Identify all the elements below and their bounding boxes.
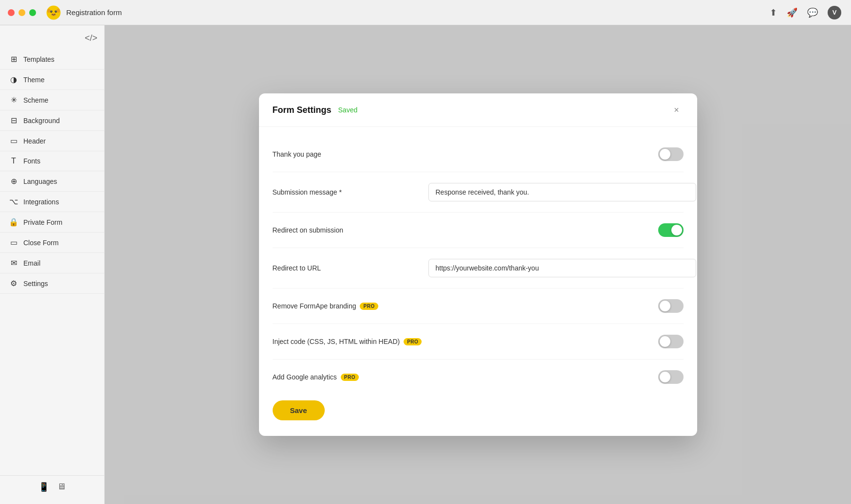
sidebar-icon-settings: ⚙ (9, 279, 18, 288)
toggle-thank-you-page[interactable] (658, 147, 684, 161)
sidebar-item-scheme[interactable]: ✳ Scheme (0, 90, 104, 110)
pro-badge-remove-branding: PRO (360, 303, 378, 310)
form-row-submission-message: Submission message * (273, 172, 684, 213)
form-label-submission-message: Submission message * (273, 188, 419, 196)
input-submission-message[interactable] (428, 183, 696, 201)
sidebar: </> ⊞ Templates ◑ Theme ✳ Scheme ⊟ Backg… (0, 25, 105, 504)
toggle-thumb-inject-code (660, 336, 670, 347)
sidebar-icon-languages: ⊕ (9, 177, 18, 186)
sidebar-toggle-area: </> (0, 31, 104, 49)
sidebar-item-integrations[interactable]: ⌥ Integrations (0, 192, 104, 212)
form-label-redirect-on-submission: Redirect on submission (273, 226, 419, 234)
toggle-redirect-on-submission[interactable] (658, 223, 684, 237)
sidebar-icon-email: ✉ (9, 258, 18, 268)
form-label-inject-code: Inject code (CSS, JS, HTML within HEAD)P… (273, 338, 422, 345)
toggle-track-inject-code (658, 335, 684, 348)
titlebar-actions: ⬆ 🚀 💬 V (770, 6, 841, 19)
sidebar-icon-integrations: ⌥ (9, 197, 18, 206)
form-label-remove-branding: Remove FormApe brandingPRO (273, 302, 419, 310)
comment-icon[interactable]: 💬 (807, 7, 818, 18)
svg-point-7 (56, 9, 59, 13)
sidebar-icon-theme: ◑ (9, 75, 18, 84)
content-area: Form Settings Saved × Thank you pageSubm… (105, 25, 851, 504)
form-control-thank-you-page (428, 147, 684, 161)
form-row-redirect-on-submission: Redirect on submission (273, 213, 684, 248)
pro-badge-google-analytics: PRO (341, 374, 359, 381)
form-control-remove-branding (428, 299, 684, 313)
sidebar-item-languages[interactable]: ⊕ Languages (0, 171, 104, 192)
form-settings-modal: Form Settings Saved × Thank you pageSubm… (259, 93, 697, 436)
sidebar-label-settings: Settings (23, 280, 48, 288)
close-button[interactable] (8, 9, 15, 16)
toggle-track-remove-branding (658, 299, 684, 313)
sidebar-icon-private-form: 🔒 (9, 217, 18, 227)
modal-overlay: Form Settings Saved × Thank you pageSubm… (105, 25, 851, 504)
sidebar-item-email[interactable]: ✉ Email (0, 253, 104, 273)
sidebar-label-fonts: Fonts (23, 157, 40, 165)
svg-point-4 (56, 11, 56, 12)
sidebar-icon-fonts: T (9, 157, 18, 165)
titlebar: Registration form ⬆ 🚀 💬 V (0, 0, 851, 25)
svg-point-0 (47, 5, 61, 19)
sidebar-bottom: 📱 🖥 (0, 475, 104, 498)
modal-saved-status: Saved (338, 106, 358, 114)
sidebar-label-close-form: Close Form (23, 239, 58, 247)
sidebar-label-email: Email (23, 259, 40, 267)
sidebar-item-close-form[interactable]: ▭ Close Form (0, 233, 104, 253)
avatar[interactable]: V (828, 6, 841, 19)
code-toggle-icon[interactable]: </> (85, 33, 97, 43)
form-label-google-analytics: Add Google analyticsPRO (273, 373, 419, 381)
sidebar-icon-scheme: ✳ (9, 95, 18, 105)
sidebar-item-background[interactable]: ⊟ Background (0, 110, 104, 131)
sidebar-item-settings[interactable]: ⚙ Settings (0, 273, 104, 294)
minimize-button[interactable] (18, 9, 25, 16)
app-title: Registration form (66, 8, 122, 17)
form-row-google-analytics: Add Google analyticsPRO (273, 360, 684, 395)
save-button[interactable]: Save (273, 400, 325, 420)
sidebar-icon-templates: ⊞ (9, 54, 18, 64)
sidebar-label-languages: Languages (23, 178, 57, 185)
mobile-icon[interactable]: 📱 (38, 482, 49, 492)
svg-point-6 (47, 9, 50, 13)
pro-badge-inject-code: PRO (404, 338, 422, 345)
sidebar-label-integrations: Integrations (23, 198, 59, 206)
toggle-thumb-remove-branding (660, 301, 670, 311)
modal-header: Form Settings Saved × (259, 93, 697, 127)
modal-close-button[interactable]: × (670, 103, 684, 117)
upload-icon[interactable]: ⬆ (770, 7, 777, 18)
main-layout: </> ⊞ Templates ◑ Theme ✳ Scheme ⊟ Backg… (0, 25, 851, 504)
toggle-track-redirect-on-submission (658, 223, 684, 237)
sidebar-icon-header: ▭ (9, 136, 18, 145)
input-redirect-to-url[interactable] (428, 259, 696, 277)
form-row-thank-you-page: Thank you page (273, 137, 684, 172)
sidebar-icon-close-form: ▭ (9, 238, 18, 247)
form-row-remove-branding: Remove FormApe brandingPRO (273, 288, 684, 324)
sidebar-label-scheme: Scheme (23, 96, 48, 104)
maximize-button[interactable] (29, 9, 36, 16)
sidebar-item-private-form[interactable]: 🔒 Private Form (0, 212, 104, 233)
sidebar-item-header[interactable]: ▭ Header (0, 131, 104, 151)
sidebar-label-theme: Theme (23, 76, 45, 84)
app-logo (46, 5, 61, 20)
sidebar-item-theme[interactable]: ◑ Theme (0, 70, 104, 90)
toggle-remove-branding[interactable] (658, 299, 684, 313)
sidebar-label-templates: Templates (23, 55, 55, 63)
traffic-lights (8, 9, 36, 16)
modal-body: Thank you pageSubmission message *Redire… (259, 127, 697, 436)
toggle-inject-code[interactable] (658, 335, 684, 348)
save-button-row: Save (273, 395, 684, 422)
form-control-google-analytics (428, 370, 684, 384)
form-label-thank-you-page: Thank you page (273, 150, 419, 158)
sidebar-item-templates[interactable]: ⊞ Templates (0, 49, 104, 70)
sidebar-item-fonts[interactable]: T Fonts (0, 151, 104, 171)
rocket-icon[interactable]: 🚀 (787, 7, 797, 18)
svg-point-5 (51, 13, 56, 16)
toggle-thumb-google-analytics (660, 372, 670, 382)
desktop-icon[interactable]: 🖥 (57, 482, 66, 492)
toggle-thumb-redirect-on-submission (671, 225, 682, 235)
toggle-google-analytics[interactable] (658, 370, 684, 384)
sidebar-icon-background: ⊟ (9, 116, 18, 125)
form-control-submission-message (428, 183, 696, 201)
form-control-redirect-on-submission (428, 223, 684, 237)
form-control-redirect-to-url (428, 259, 696, 277)
